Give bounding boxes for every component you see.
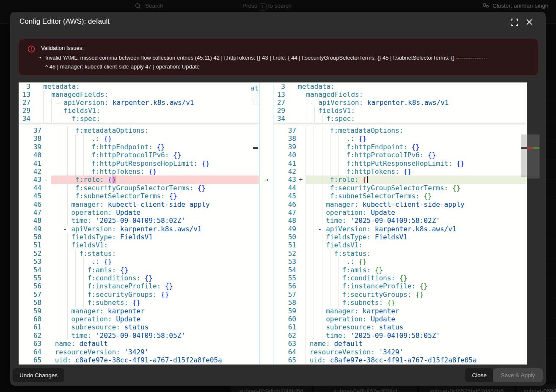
code-line[interactable]: 61 subresource: status bbox=[19, 323, 259, 331]
code-line[interactable]: 43- f:role: {} bbox=[19, 175, 259, 184]
sticky-code-line[interactable]: 27 - apiVersion: karpenter.k8s.aws/v1 bbox=[19, 99, 259, 107]
code-line[interactable]: 54 f:amis: {} bbox=[19, 266, 259, 274]
code-line[interactable]: 56 f:instanceProfile: {} bbox=[19, 282, 259, 290]
sticky-code-line[interactable]: 34 f:spec: bbox=[19, 115, 259, 123]
code-line[interactable]: 50 fieldsType: FieldsV1 bbox=[273, 233, 527, 241]
code-line[interactable]: 52 f:status: bbox=[19, 249, 259, 258]
diff-pane-original[interactable]: 3metadata:13 managedFields:27 - apiVersi… bbox=[19, 82, 259, 365]
code-line[interactable]: 40 f:httpProtocolIPv6: {} bbox=[273, 151, 527, 159]
close-dialog-button[interactable] bbox=[526, 18, 535, 27]
code-line[interactable]: 66spec: bbox=[273, 364, 527, 365]
code-line[interactable]: 60 operation: Update bbox=[273, 315, 527, 323]
diff-pane-modified[interactable]: 3metadata:13 managedFields:27 - apiVersi… bbox=[273, 82, 527, 365]
code-line[interactable]: 43+ f:role: { bbox=[273, 175, 527, 184]
line-number: 41 bbox=[19, 159, 41, 167]
code-line[interactable]: 42 f:httpTokens: {} bbox=[273, 167, 527, 175]
code-line[interactable]: 55 f:conditions: {} bbox=[273, 274, 527, 282]
code-text: f:securityGroups: {} bbox=[306, 291, 527, 299]
code-line[interactable]: 58 f:subnets: {} bbox=[19, 299, 259, 307]
line-number: 65 bbox=[273, 356, 296, 364]
code-line[interactable]: 41 f:httpPutResponseHopLimit: {} bbox=[19, 159, 259, 167]
diff-overview-ruler[interactable] bbox=[527, 82, 539, 365]
code-text: fieldsV1: bbox=[306, 241, 527, 249]
line-number: 43 bbox=[19, 175, 41, 184]
code-line[interactable]: 39 f:httpEndpoint: {} bbox=[273, 143, 527, 151]
code-line[interactable]: 56 f:instanceProfile: {} bbox=[273, 282, 527, 290]
code-line[interactable]: 48 time: '2025-09-04T09:58:02Z' bbox=[19, 217, 259, 225]
text-cursor bbox=[367, 176, 368, 183]
code-line[interactable]: 42 f:httpTokens: {} bbox=[19, 167, 259, 175]
code-line[interactable]: 65 uid: c8afe97e-38cc-4f91-a767-d15f2a8f… bbox=[273, 356, 527, 364]
code-line[interactable]: 48 time: '2025-09-04T09:58:02Z' bbox=[273, 217, 527, 225]
code-line[interactable]: 47 operation: Update bbox=[273, 208, 527, 217]
sticky-code-line[interactable]: 29 fieldsV1: bbox=[273, 107, 527, 115]
sticky-code-line[interactable]: 13 managedFields: bbox=[19, 90, 259, 99]
close-button[interactable]: Close bbox=[465, 368, 493, 382]
code-line[interactable]: 63 name: default bbox=[19, 340, 259, 348]
code-line[interactable]: 54 f:amis: {} bbox=[273, 266, 527, 274]
code-text: operation: Update bbox=[51, 208, 259, 217]
code-line[interactable]: 49 - apiVersion: karpenter.k8s.aws/v1 bbox=[19, 225, 259, 233]
sticky-code-line[interactable]: 13 managedFields: bbox=[273, 90, 527, 99]
code-line[interactable]: 38 .: {} bbox=[19, 134, 259, 143]
code-line[interactable]: 62 time: '2025-09-04T09:58:05Z' bbox=[273, 332, 527, 340]
code-line[interactable]: 65 uid: c8afe97e-38cc-4f91-a767-d15f2a8f… bbox=[19, 356, 259, 364]
code-line[interactable]: 47 operation: Update bbox=[19, 208, 259, 217]
code-line[interactable]: 53 .: {} bbox=[273, 258, 527, 266]
code-line[interactable]: 50 fieldsType: FieldsV1 bbox=[19, 233, 259, 241]
code-line[interactable]: 61 subresource: status bbox=[273, 323, 527, 331]
code-line[interactable]: 64 resourceVersion: '3429' bbox=[273, 348, 527, 356]
sticky-code-line[interactable]: 27 - apiVersion: karpenter.k8s.aws/v1 bbox=[273, 99, 527, 107]
code-line[interactable]: 40 f:httpProtocolIPv6: {} bbox=[19, 151, 259, 159]
code-line[interactable]: 62 time: '2025-09-04T09:58:05Z' bbox=[19, 332, 259, 340]
line-number: 48 bbox=[273, 217, 296, 225]
code-line[interactable]: 59 manager: karpenter bbox=[19, 307, 259, 315]
diff-sign bbox=[30, 107, 43, 115]
code-line[interactable]: 51 fieldsV1: bbox=[19, 241, 259, 249]
diff-sign bbox=[285, 115, 298, 123]
fullscreen-button[interactable] bbox=[510, 18, 520, 27]
sticky-code-line[interactable]: 34 f:spec: bbox=[273, 115, 527, 123]
code-line[interactable]: 49 - apiVersion: karpenter.k8s.aws/v1 bbox=[273, 225, 527, 233]
save-apply-button[interactable]: Save & Apply bbox=[493, 368, 543, 382]
diff-editor-sash[interactable]: → bbox=[259, 82, 273, 365]
code-line[interactable]: 58 f:subnets: {} bbox=[273, 299, 527, 307]
code-line[interactable]: 37 f:metadataOptions: bbox=[273, 126, 527, 134]
diff-sign bbox=[41, 266, 51, 274]
diff-sign bbox=[30, 99, 43, 107]
code-text: f:spec: bbox=[43, 115, 259, 123]
code-line[interactable]: 63 name: default bbox=[273, 340, 527, 348]
sticky-code-line[interactable]: 3metadata: bbox=[19, 82, 259, 90]
diff-sign bbox=[296, 299, 306, 307]
code-line[interactable]: 57 f:securityGroups: {} bbox=[19, 291, 259, 299]
code-line[interactable]: 55 f:conditions: {} bbox=[19, 274, 259, 282]
code-line[interactable]: 60 operation: Update bbox=[19, 315, 259, 323]
code-line[interactable]: 57 f:securityGroups: {} bbox=[273, 291, 527, 299]
code-line[interactable]: 44 f:securityGroupSelectorTerms: {} bbox=[273, 184, 527, 192]
sticky-code-line[interactable]: 3metadata: bbox=[273, 82, 527, 90]
code-line[interactable]: 53 .: {} bbox=[19, 258, 259, 266]
code-line[interactable]: 66spec: bbox=[19, 364, 259, 365]
undo-changes-button[interactable]: Undo Changes bbox=[13, 368, 64, 382]
code-line[interactable]: 38 .: {} bbox=[273, 134, 527, 143]
sticky-code-line[interactable]: 29 fieldsV1: bbox=[19, 107, 259, 115]
code-text: f:subnets: {} bbox=[51, 299, 259, 307]
code-text: - apiVersion: karpenter.k8s.aws/v1 bbox=[43, 99, 259, 107]
diff-overview-thumb[interactable] bbox=[527, 134, 539, 178]
code-line[interactable]: 45 f:subnetSelectorTerms: {} bbox=[19, 192, 259, 200]
code-line[interactable]: 46 manager: kubectl-client-side-apply bbox=[19, 200, 259, 208]
diff-sign bbox=[296, 307, 306, 315]
code-line[interactable]: 52 f:status: bbox=[273, 249, 527, 258]
code-line[interactable]: 46 manager: kubectl-client-side-apply bbox=[273, 200, 527, 208]
code-line[interactable]: 45 f:subnetSelectorTerms: {} bbox=[273, 192, 527, 200]
code-line[interactable]: 41 f:httpPutResponseHopLimit: {} bbox=[273, 159, 527, 167]
code-line[interactable]: 37 f:metadataOptions: bbox=[19, 126, 259, 134]
code-line[interactable]: 64 resourceVersion: '3429' bbox=[19, 348, 259, 356]
code-line[interactable]: 59 manager: karpenter bbox=[273, 307, 527, 315]
code-line[interactable]: 39 f:httpEndpoint: {} bbox=[19, 143, 259, 151]
code-line[interactable]: 44 f:securityGroupSelectorTerms: {} bbox=[19, 184, 259, 192]
code-text: - apiVersion: karpenter.k8s.aws/v1 bbox=[298, 99, 527, 107]
revert-change-arrow-icon[interactable]: → bbox=[259, 175, 273, 184]
diff-sign bbox=[296, 192, 306, 200]
code-line[interactable]: 51 fieldsV1: bbox=[273, 241, 527, 249]
